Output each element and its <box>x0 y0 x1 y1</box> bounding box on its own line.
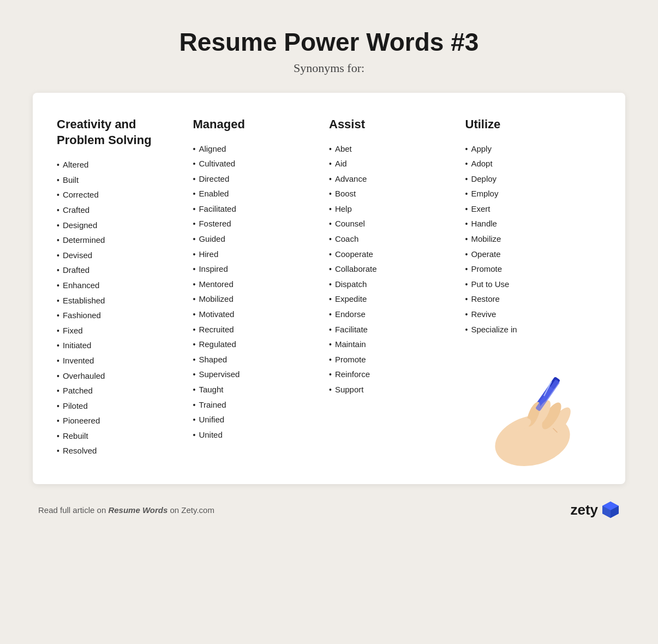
word-list-3: ApplyAdoptDeployEmployExertHandleMobiliz… <box>465 143 591 336</box>
list-item: Overhauled <box>57 370 182 382</box>
list-item: Corrected <box>57 189 182 201</box>
column-header-2: Assist <box>329 117 454 132</box>
list-item: Reinforce <box>329 368 454 380</box>
list-item: Built <box>57 174 182 186</box>
list-item: Operate <box>465 248 591 260</box>
list-item: Devised <box>57 249 182 261</box>
list-item: Collaborate <box>329 263 454 275</box>
footer-text: Read full article on Resume Words on Zet… <box>38 505 214 515</box>
list-item: Mobilized <box>193 293 319 305</box>
list-item: Directed <box>193 173 319 185</box>
list-item: Initiated <box>57 339 182 351</box>
footer: Read full article on Resume Words on Zet… <box>33 500 625 519</box>
zety-wordmark: zety <box>570 502 598 518</box>
list-item: Patched <box>57 385 182 397</box>
list-item: Support <box>329 384 454 396</box>
page-container: Resume Power Words #3 Synonyms for: Crea… <box>0 0 658 644</box>
list-item: Promote <box>465 263 591 275</box>
list-item: Enabled <box>193 188 319 200</box>
list-item: United <box>193 429 319 441</box>
list-item: Expedite <box>329 293 454 305</box>
columns-wrapper: Creativity and Problem SolvingAlteredBui… <box>57 117 601 460</box>
list-item: Boost <box>329 188 454 200</box>
list-item: Altered <box>57 159 182 171</box>
list-item: Motivated <box>193 308 319 320</box>
list-item: Apply <box>465 143 591 155</box>
list-item: Help <box>329 203 454 215</box>
list-item: Unified <box>193 414 319 426</box>
word-list-1: AlignedCultivatedDirectedEnabledFacilita… <box>193 143 319 441</box>
list-item: Maintain <box>329 338 454 350</box>
list-item: Mobilize <box>465 233 591 245</box>
list-item: Specialize in <box>465 324 591 336</box>
list-item: Pioneered <box>57 415 182 427</box>
list-item: Revive <box>465 308 591 320</box>
list-item: Hired <box>193 248 319 260</box>
page-title: Resume Power Words #3 <box>180 27 479 57</box>
list-item: Handle <box>465 218 591 230</box>
list-item: Advance <box>329 173 454 185</box>
word-list-2: AbetAidAdvanceBoostHelpCounselCoachCoope… <box>329 143 454 396</box>
zety-logo: zety <box>570 500 620 519</box>
list-item: Abet <box>329 143 454 155</box>
list-item: Supervised <box>193 368 319 380</box>
list-item: Determined <box>57 234 182 246</box>
column-1: ManagedAlignedCultivatedDirectedEnabledF… <box>193 117 330 444</box>
list-item: Cultivated <box>193 158 319 170</box>
list-item: Fixed <box>57 325 182 337</box>
list-item: Facilitate <box>329 324 454 336</box>
list-item: Established <box>57 295 182 307</box>
list-item: Restore <box>465 293 591 305</box>
list-item: Cooperate <box>329 248 454 260</box>
list-item: Shaped <box>193 354 319 366</box>
word-list-0: AlteredBuiltCorrectedCraftedDesignedDete… <box>57 159 182 457</box>
column-header-0: Creativity and Problem Solving <box>57 117 182 148</box>
zety-cube-icon <box>601 500 620 519</box>
list-item: Employ <box>465 188 591 200</box>
content-card: Creativity and Problem SolvingAlteredBui… <box>33 93 625 484</box>
column-0: Creativity and Problem SolvingAlteredBui… <box>57 117 193 460</box>
list-item: Drafted <box>57 264 182 276</box>
list-item: Guided <box>193 233 319 245</box>
list-item: Regulated <box>193 338 319 350</box>
list-item: Inspired <box>193 263 319 275</box>
list-item: Exert <box>465 203 591 215</box>
list-item: Resolved <box>57 445 182 457</box>
list-item: Taught <box>193 384 319 396</box>
list-item: Adopt <box>465 158 591 170</box>
list-item: Crafted <box>57 204 182 216</box>
list-item: Deploy <box>465 173 591 185</box>
list-item: Piloted <box>57 400 182 412</box>
page-subtitle: Synonyms for: <box>294 61 364 75</box>
list-item: Fostered <box>193 218 319 230</box>
list-item: Counsel <box>329 218 454 230</box>
list-item: Rebuilt <box>57 430 182 442</box>
list-item: Endorse <box>329 308 454 320</box>
list-item: Fashioned <box>57 309 182 321</box>
list-item: Put to Use <box>465 278 591 290</box>
list-item: Mentored <box>193 278 319 290</box>
list-item: Promote <box>329 354 454 366</box>
list-item: Aid <box>329 158 454 170</box>
list-item: Recruited <box>193 324 319 336</box>
list-item: Designed <box>57 219 182 231</box>
list-item: Facilitated <box>193 203 319 215</box>
list-item: Dispatch <box>329 278 454 290</box>
column-header-3: Utilize <box>465 117 591 132</box>
column-header-1: Managed <box>193 117 319 132</box>
column-3: UtilizeApplyAdoptDeployEmployExertHandle… <box>465 117 602 338</box>
list-item: Enhanced <box>57 279 182 291</box>
column-2: AssistAbetAidAdvanceBoostHelpCounselCoac… <box>329 117 465 399</box>
list-item: Coach <box>329 233 454 245</box>
list-item: Aligned <box>193 143 319 155</box>
list-item: Invented <box>57 355 182 367</box>
list-item: Trained <box>193 399 319 411</box>
